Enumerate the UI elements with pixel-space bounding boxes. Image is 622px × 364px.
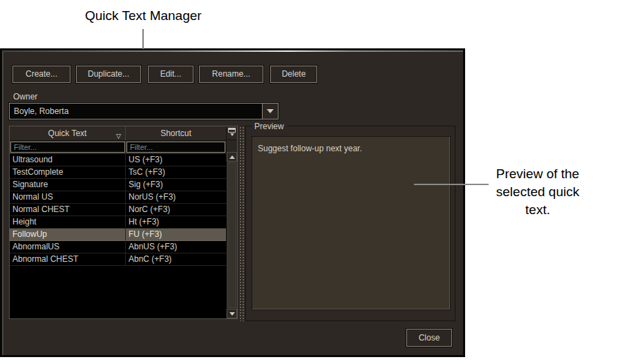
scrollbar-thumb[interactable]	[227, 162, 236, 308]
sort-indicator-icon[interactable]: ▽	[116, 129, 121, 143]
shortcut-cell[interactable]: NorC (+F3)	[126, 204, 226, 216]
shortcut-cell[interactable]: AbnUS (+F3)	[126, 241, 226, 253]
table-row[interactable]: Normal CHEST NorC (+F3)	[10, 204, 226, 216]
column-header-shortcut[interactable]: Shortcut	[126, 126, 226, 141]
quick-text-cell[interactable]: Signature	[10, 179, 126, 191]
quick-text-cell[interactable]: Normal US	[10, 191, 126, 204]
rename-button[interactable]: Rename...	[199, 66, 263, 83]
quick-text-cell[interactable]: FollowUp	[10, 229, 126, 241]
scroll-up-button[interactable]	[227, 152, 237, 162]
table-row[interactable]: Ultrasound US (+F3)	[10, 154, 226, 166]
table-row[interactable]: TestComplete TsC (+F3)	[10, 166, 226, 179]
shortcut-cell[interactable]: TsC (+F3)	[126, 166, 226, 179]
preview-content: Suggest follow-up next year.	[252, 136, 451, 310]
preview-groupbox-label: Preview	[252, 122, 287, 131]
preview-groupbox: Preview Suggest follow-up next year.	[245, 126, 455, 321]
dialog-top-highlight	[2, 50, 463, 52]
chevron-down-icon	[267, 109, 274, 117]
title-callout-line	[142, 29, 144, 49]
table-row[interactable]: Signature Sig (+F3)	[10, 179, 226, 191]
preview-annotation: Preview of the selected quick text.	[482, 165, 593, 219]
quick-text-cell[interactable]: Ultrasound	[10, 154, 126, 166]
quick-text-cell[interactable]: Normal CHEST	[10, 204, 126, 216]
table-row[interactable]: Abnormal CHEST AbnC (+F3)	[10, 253, 226, 266]
shortcut-cell[interactable]: FU (+F3)	[126, 229, 226, 241]
column-chooser-icon	[228, 128, 236, 133]
table-row[interactable]: Height Ht (+F3)	[10, 216, 226, 229]
owner-dropdown[interactable]: Boyle, Roberta	[9, 103, 279, 119]
quick-text-filter-input[interactable]	[10, 142, 125, 153]
quick-text-cell[interactable]: AbnormalUS	[10, 241, 126, 253]
table-scrollbar[interactable]	[226, 126, 237, 318]
quick-text-cell[interactable]: Height	[10, 216, 126, 229]
shortcut-cell[interactable]: NorUS (+F3)	[126, 191, 226, 204]
preview-callout-line	[414, 184, 489, 185]
screenshot-page: Quick Text Manager Create... Duplicate..…	[0, 0, 622, 364]
edit-button[interactable]: Edit...	[148, 66, 194, 83]
create-button[interactable]: Create...	[12, 66, 70, 83]
quick-text-manager-dialog: Create... Duplicate... Edit... Rename...…	[0, 48, 465, 357]
table-body: Ultrasound US (+F3) TestComplete TsC (+F…	[10, 154, 226, 318]
shortcut-cell[interactable]: Sig (+F3)	[126, 179, 226, 191]
shortcut-cell[interactable]: AbnC (+F3)	[126, 253, 226, 266]
column-chooser-arrow-icon	[230, 133, 234, 138]
table-header-row: Quick Text ▽ Shortcut	[10, 126, 226, 141]
shortcut-filter-input[interactable]	[126, 142, 225, 153]
column-header-label: Shortcut	[160, 128, 191, 138]
owner-selected-value: Boyle, Roberta	[10, 104, 262, 119]
table-row[interactable]: AbnormalUS AbnUS (+F3)	[10, 241, 226, 253]
quick-text-cell[interactable]: TestComplete	[10, 166, 126, 179]
scrollbar-gap	[227, 140, 237, 152]
title-annotation: Quick Text Manager	[85, 8, 202, 23]
column-header-label: Quick Text	[48, 128, 87, 138]
owner-label: Owner	[13, 92, 37, 102]
column-chooser-button[interactable]	[227, 126, 237, 140]
quick-text-cell[interactable]: Abnormal CHEST	[10, 253, 126, 266]
scroll-up-icon	[229, 153, 235, 159]
owner-dropdown-button[interactable]	[262, 104, 278, 119]
scroll-down-button[interactable]	[227, 309, 237, 318]
table-row[interactable]: Normal US NorUS (+F3)	[10, 191, 226, 204]
panel-splitter[interactable]	[238, 126, 244, 321]
shortcut-cell[interactable]: Ht (+F3)	[126, 216, 226, 229]
shortcut-cell[interactable]: US (+F3)	[126, 154, 226, 166]
delete-button[interactable]: Delete	[270, 66, 317, 83]
column-header-quick-text[interactable]: Quick Text ▽	[10, 126, 126, 141]
scroll-down-icon	[229, 312, 235, 318]
close-button[interactable]: Close	[406, 329, 452, 347]
duplicate-button[interactable]: Duplicate...	[76, 66, 141, 83]
quick-text-table: Quick Text ▽ Shortcut	[9, 126, 238, 319]
table-row-selected[interactable]: FollowUp FU (+F3)	[10, 229, 226, 241]
